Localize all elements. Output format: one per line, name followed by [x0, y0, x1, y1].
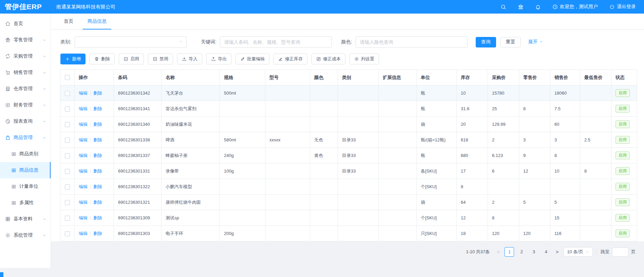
delete-link[interactable]: 删除: [93, 137, 102, 142]
tab-product-info[interactable]: 商品信息: [83, 14, 111, 29]
row-checkbox[interactable]: [65, 138, 70, 143]
delete-link[interactable]: 删除: [93, 153, 102, 158]
bell-icon: [535, 4, 541, 10]
delete-link[interactable]: 删除: [93, 169, 102, 174]
sidebar-item-product-category[interactable]: 商品类别: [0, 146, 51, 162]
pagination-next[interactable]: >: [553, 249, 561, 255]
page-size-select[interactable]: 10 条/页: [564, 247, 593, 257]
import-button[interactable]: 导入: [177, 54, 202, 64]
delete-button[interactable]: 删除: [90, 54, 115, 64]
chevron-down-icon: [178, 39, 183, 45]
cell-barcode: 6901236301337: [114, 148, 162, 163]
delete-link[interactable]: 删除: [93, 122, 102, 127]
status-badge: 启用: [615, 198, 630, 206]
search-icon[interactable]: [500, 4, 506, 10]
pagination-prev[interactable]: <: [494, 249, 502, 255]
edit-link[interactable]: 编辑: [79, 184, 88, 189]
edit-link[interactable]: 编辑: [79, 91, 88, 96]
edit-link[interactable]: 编辑: [79, 153, 88, 158]
disable-button[interactable]: 禁用: [148, 54, 173, 64]
tab-bar: 首页商品信息: [51, 14, 644, 29]
logout-button[interactable]: 退出登录: [609, 4, 636, 10]
sidebar-item-products[interactable]: 商品管理: [0, 130, 51, 146]
sidebar-item-product-info[interactable]: 商品信息: [0, 162, 51, 178]
cell-model: [265, 101, 310, 117]
delete-link[interactable]: 删除: [93, 91, 102, 96]
delete-link[interactable]: 删除: [93, 106, 102, 111]
sidebar-item-warehouse[interactable]: 仓库管理: [0, 81, 51, 97]
sidebar-item-home[interactable]: 首页: [0, 16, 51, 32]
column-header: 扩展信息: [379, 70, 417, 85]
select-all-checkbox[interactable]: [65, 75, 70, 80]
row-checkbox[interactable]: [65, 91, 70, 96]
column-header: 采购价: [488, 70, 519, 85]
tab-home[interactable]: 首页: [59, 14, 78, 29]
row-checkbox[interactable]: [65, 169, 70, 174]
delete-link[interactable]: 删除: [93, 184, 102, 189]
delete-link[interactable]: 删除: [93, 231, 102, 236]
button-label: 列设置: [361, 56, 374, 62]
row-checkbox[interactable]: [65, 200, 70, 205]
power-icon: [609, 4, 615, 9]
edit-box-icon: [316, 57, 321, 61]
edit-link[interactable]: 编辑: [79, 106, 88, 111]
edit-link[interactable]: 编辑: [79, 169, 88, 174]
delete-link[interactable]: 删除: [93, 200, 102, 205]
category-select[interactable]: [75, 36, 187, 48]
sidebar-item-basic-data[interactable]: 基本资料: [0, 211, 51, 227]
row-checkbox[interactable]: [65, 216, 70, 221]
bag-icon: [5, 135, 11, 140]
batch-edit-button[interactable]: 批量编辑: [235, 54, 269, 64]
sidebar-item-sales[interactable]: 销售管理: [0, 64, 51, 81]
pagination-page-1[interactable]: 1: [505, 247, 514, 257]
edit-link[interactable]: 编辑: [79, 200, 88, 205]
edit-link[interactable]: 编辑: [79, 137, 88, 142]
cell-unit: 瓶: [417, 85, 457, 101]
edit-link[interactable]: 编辑: [79, 122, 88, 127]
keyword-input[interactable]: [220, 36, 332, 48]
table-row: 编辑删除6901236301321康师傅红烧牛肉面袋64255启用: [60, 195, 637, 210]
status-badge: 启用: [615, 105, 630, 112]
sidebar-item-purchase[interactable]: 采购管理: [0, 48, 51, 64]
pagination-page-2[interactable]: 2: [517, 247, 526, 257]
fix-cost-button[interactable]: 修正成本: [311, 54, 345, 64]
color-input[interactable]: [356, 36, 468, 48]
fix-stock-button[interactable]: 修正库存: [273, 54, 307, 64]
sidebar-item-system[interactable]: 系统管理: [0, 227, 51, 243]
sidebar-item-reports[interactable]: 报表查询: [0, 113, 51, 130]
cell-name: 蜂蜜柚子茶: [162, 148, 220, 163]
expand-link[interactable]: 展开: [528, 39, 543, 45]
filter-bar: 类别: 关键词: 颜色: 查询 重置 展开: [51, 29, 644, 48]
cell-spec: 580ml: [220, 132, 265, 148]
cell-status: 启用: [611, 101, 637, 117]
page-jump-input[interactable]: [612, 248, 628, 257]
delete-link[interactable]: 删除: [93, 215, 102, 220]
welcome-user[interactable]: 欢迎您，测试用户: [552, 4, 598, 10]
search-button[interactable]: 查询: [476, 37, 496, 47]
cell-min_price: [580, 195, 611, 210]
pagination-page-3[interactable]: 3: [529, 247, 538, 257]
pagination-page-4[interactable]: 4: [541, 247, 551, 257]
cell-retail_price: 12: [519, 163, 550, 179]
export-button[interactable]: 导出: [206, 54, 231, 64]
row-checkbox[interactable]: [65, 106, 70, 112]
edit-link[interactable]: 编辑: [79, 231, 88, 236]
row-checkbox[interactable]: [65, 122, 70, 127]
column-settings-button[interactable]: 列设置: [349, 54, 379, 64]
sidebar-item-multi-attribute[interactable]: 多属性: [0, 195, 51, 211]
sidebar-item-retail[interactable]: 零售管理: [0, 32, 51, 48]
bank-icon[interactable]: [518, 4, 524, 10]
row-checkbox[interactable]: [65, 231, 70, 236]
reset-button[interactable]: 重置: [500, 37, 521, 47]
cell-stock: 18: [457, 226, 488, 241]
edit-link[interactable]: 编辑: [79, 215, 88, 220]
sidebar-item-measure-unit[interactable]: 计量单位: [0, 178, 51, 195]
cell-stock: 20: [457, 117, 488, 132]
enable-button[interactable]: 启用: [119, 54, 144, 64]
add-button[interactable]: 新增: [60, 54, 86, 64]
row-checkbox[interactable]: [65, 184, 70, 190]
row-checkbox[interactable]: [65, 153, 70, 158]
cell-stock: 8: [457, 179, 488, 195]
sidebar-item-finance[interactable]: 财务管理: [0, 97, 51, 113]
bell-icon[interactable]: [535, 4, 541, 10]
